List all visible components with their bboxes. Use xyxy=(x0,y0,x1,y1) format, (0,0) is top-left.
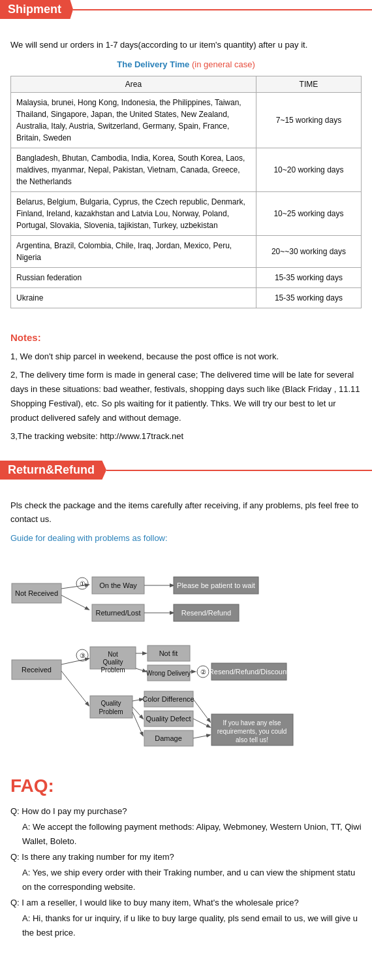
table-row: Malaysia, brunei, Hong Kong, Indonesia, … xyxy=(11,92,362,148)
faq-answer: A: Hi, thanks for ur inquiry, if u like … xyxy=(10,911,362,940)
svg-text:Not Received: Not Received xyxy=(15,589,58,597)
table-cell-area: Argentina, Brazil, Colombia, Chile, Iraq… xyxy=(11,235,256,267)
shipment-intro: We will send ur orders in 1-7 days(accor… xyxy=(0,29,372,59)
flowchart-svg: Not Received ① On the Way Please be pati… xyxy=(10,552,362,755)
svg-text:Wrong Delivery: Wrong Delivery xyxy=(146,670,191,677)
table-row: Bangladesh, Bhutan, Cambodia, India, Kor… xyxy=(11,148,362,191)
svg-line-17 xyxy=(61,595,89,610)
delivery-title-main: The Delivery Time xyxy=(117,59,189,69)
svg-text:Received: Received xyxy=(22,666,52,674)
table-cell-time: 7~15 working days xyxy=(256,92,361,148)
faq-answer: A: We accept the following payment metho… xyxy=(10,820,362,849)
svg-line-47 xyxy=(132,707,143,719)
svg-text:Damage: Damage xyxy=(155,734,182,742)
svg-text:Problem: Problem xyxy=(101,666,125,674)
notes-list: 1, We don't ship parcel in weekend, beca… xyxy=(10,350,362,444)
svg-line-48 xyxy=(132,712,143,736)
svg-line-54 xyxy=(193,719,210,727)
notes-title: Notes: xyxy=(10,332,362,343)
svg-line-31 xyxy=(136,668,146,672)
shipment-header: Shipment xyxy=(0,0,372,19)
svg-text:Problem: Problem xyxy=(99,708,123,715)
table-header-time: TIME xyxy=(256,76,361,92)
table-cell-area: Belarus, Belgium, Bulgaria, Cyprus, the … xyxy=(11,191,256,235)
svg-text:Not fit: Not fit xyxy=(159,649,178,657)
svg-text:Quality: Quality xyxy=(102,659,123,666)
svg-text:Resend/Refund/Discount: Resend/Refund/Discount xyxy=(209,668,288,676)
svg-line-55 xyxy=(193,735,210,738)
delivery-title: The Delivery Time (in general case) xyxy=(0,59,372,69)
svg-text:On the Way: On the Way xyxy=(99,581,137,589)
faq-section: FAQ: Q: How do I pay my purchase?A: We a… xyxy=(0,776,372,955)
table-cell-area: Ukraine xyxy=(11,287,256,308)
table-cell-time: 10~25 working days xyxy=(256,191,361,235)
table-row: Argentina, Brazil, Colombia, Chile, Iraq… xyxy=(11,235,362,267)
svg-text:Quality: Quality xyxy=(101,700,121,707)
table-row: Belarus, Belgium, Bulgaria, Cyprus, the … xyxy=(11,191,362,235)
svg-line-57 xyxy=(61,671,89,706)
shipment-header-label: Shipment xyxy=(0,0,73,19)
svg-line-56 xyxy=(61,659,89,664)
refund-intro: Pls check the package and the items care… xyxy=(0,490,372,533)
table-row: Ukraine15-35 working days xyxy=(11,287,362,308)
table-header-area: Area xyxy=(11,76,256,92)
table-cell-time: 15-35 working days xyxy=(256,287,361,308)
svg-text:③: ③ xyxy=(80,652,85,659)
svg-text:requirements, you could: requirements, you could xyxy=(217,728,287,735)
notes-item: 3,The tracking website: http://www.17tra… xyxy=(10,429,362,444)
table-row: Russian federation15-35 working days xyxy=(11,267,362,287)
svg-text:Please be patient to wait: Please be patient to wait xyxy=(177,581,255,589)
notes-item: 1, We don't ship parcel in weekend, beca… xyxy=(10,350,362,364)
notes-section: Notes: 1, We don't ship parcel in weeken… xyxy=(0,332,372,461)
table-cell-area: Russian federation xyxy=(11,267,256,287)
svg-text:also tell us!: also tell us! xyxy=(236,736,268,743)
svg-line-53 xyxy=(193,699,210,722)
delivery-table: Area TIME Malaysia, brunei, Hong Kong, I… xyxy=(10,76,362,308)
svg-text:Color Difference: Color Difference xyxy=(142,695,194,703)
svg-line-46 xyxy=(132,699,143,701)
flowchart-container: Not Received ① On the Way Please be pati… xyxy=(0,552,372,765)
table-cell-area: Malaysia, brunei, Hong Kong, Indonesia, … xyxy=(11,92,256,148)
table-cell-area: Bangladesh, Bhutan, Cambodia, India, Kor… xyxy=(11,148,256,191)
faq-content: Q: How do I pay my purchase?A: We accept… xyxy=(10,804,362,941)
faq-question: Q: How do I pay my purchase? xyxy=(10,804,362,819)
svg-text:Quality Defect: Quality Defect xyxy=(146,715,191,723)
svg-text:②: ② xyxy=(200,668,206,676)
faq-answer: A: Yes, we ship every order with their T… xyxy=(10,866,362,894)
guide-title: Guide for dealing with problems as follo… xyxy=(0,533,372,552)
table-cell-time: 10~20 working days xyxy=(256,148,361,191)
refund-header-label: Return&Refund xyxy=(0,461,106,480)
svg-text:If you have any else: If you have any else xyxy=(223,719,281,727)
faq-question: Q: I am a reseller, I would like to buy … xyxy=(10,896,362,910)
table-cell-time: 20~~30 working days xyxy=(256,235,361,267)
refund-header-line xyxy=(106,470,372,471)
guide-title-text: Guide for dealing with problems as follo… xyxy=(10,533,168,543)
table-cell-time: 15-35 working days xyxy=(256,267,361,287)
delivery-title-sub: (in general case) xyxy=(192,59,255,69)
svg-text:Not: Not xyxy=(108,651,118,658)
faq-title: FAQ: xyxy=(10,776,362,796)
shipment-header-line xyxy=(73,9,372,10)
notes-item: 2, The delivery time form is made in gen… xyxy=(10,368,362,425)
svg-text:Resend/Refund: Resend/Refund xyxy=(181,609,231,617)
svg-text:Returned/Lost: Returned/Lost xyxy=(95,609,140,617)
faq-question: Q: Is there any traking number for my it… xyxy=(10,850,362,864)
refund-header: Return&Refund xyxy=(0,461,372,480)
